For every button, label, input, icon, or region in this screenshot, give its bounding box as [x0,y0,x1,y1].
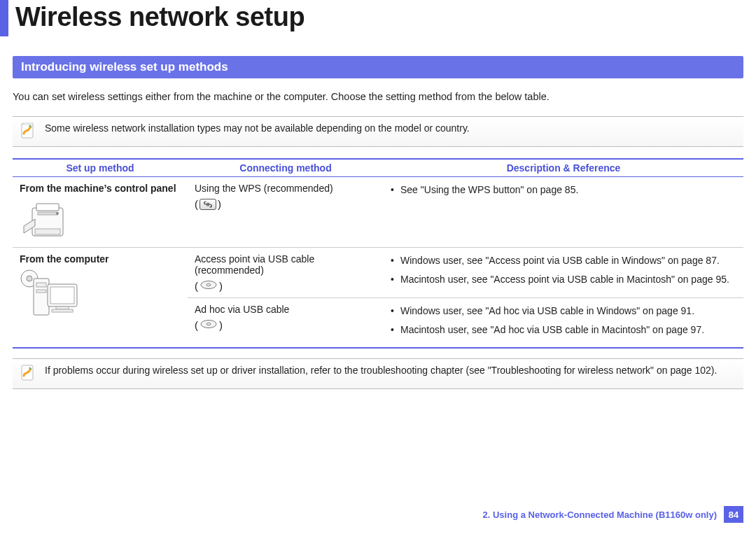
svg-rect-13 [56,307,69,309]
svg-point-7 [27,276,32,281]
ref-item: Windows user, see "Ad hoc via USB cable … [391,304,736,318]
connect-adhoc-usb: Ad hoc via USB cable [195,304,377,315]
table-row: From the machine’s control panel U [13,177,743,248]
svg-rect-3 [38,212,57,215]
ref-item: Macintosh user, see "Access point via US… [391,272,736,287]
page-footer: 2. Using a Network-Connected Machine (B1… [483,506,743,523]
connect-wps: Using the WPS (recommended) [195,183,377,194]
ref-item: Macintosh user, see "Ad hoc via USB cabl… [391,323,736,337]
wps-button-icon [200,199,216,210]
note-text: Some wireless network installation types… [45,122,470,134]
footer-chapter: 2. Using a Network-Connected Machine (B1… [483,510,717,520]
intro-text: You can set wireless settings either fro… [13,91,743,102]
refs-list: Windows user, see "Ad hoc via USB cable … [391,304,736,337]
computer-icon [20,269,181,323]
note-box-troubleshoot: If problems occur during wireless set up… [13,358,743,389]
table-row: From the computer [13,248,743,298]
note-icon [20,365,35,383]
cd-icon [200,280,218,292]
page-number: 84 [724,506,743,523]
cd-icon [200,319,218,331]
svg-rect-12 [50,287,74,304]
connect-ap-usb: Access point via USB cable (recommended) [195,253,377,276]
title-accent-bar [0,0,8,36]
note-box-availability: Some wireless network installation types… [13,116,743,147]
note-text: If problems occur during wireless set up… [45,365,717,376]
ref-item: See "Using the WPS button" on page 85. [391,183,736,197]
note-icon [20,122,35,141]
svg-rect-9 [36,283,46,287]
th-desc: Description & Reference [384,159,743,177]
th-connect: Connecting method [188,159,384,177]
refs-list: See "Using the WPS button" on page 85. [391,183,736,197]
svg-rect-14 [52,309,73,312]
svg-rect-10 [36,290,46,293]
cd-indicator: ( ) [195,319,223,331]
svg-point-18 [206,323,211,325]
wps-button-indicator: ( ) [195,198,221,210]
methods-table: Set up method Connecting method Descript… [13,158,743,349]
setup-label-machine: From the machine’s control panel [20,183,181,194]
setup-label-computer: From the computer [20,253,181,265]
page-title: Wireless network setup [8,0,304,36]
th-setup: Set up method [13,159,188,177]
printer-icon [20,198,181,241]
ref-item: Windows user, see "Access point via USB … [391,253,736,268]
page-title-wrap: Wireless network setup [0,0,756,36]
cd-indicator: ( ) [195,280,223,292]
svg-rect-2 [36,204,59,211]
page-content: Introducing wireless set up methods You … [0,36,756,389]
svg-point-16 [206,283,211,286]
svg-rect-4 [35,229,60,234]
refs-list: Windows user, see "Access point via USB … [391,253,736,287]
section-header: Introducing wireless set up methods [13,56,743,78]
svg-point-5 [56,212,59,215]
